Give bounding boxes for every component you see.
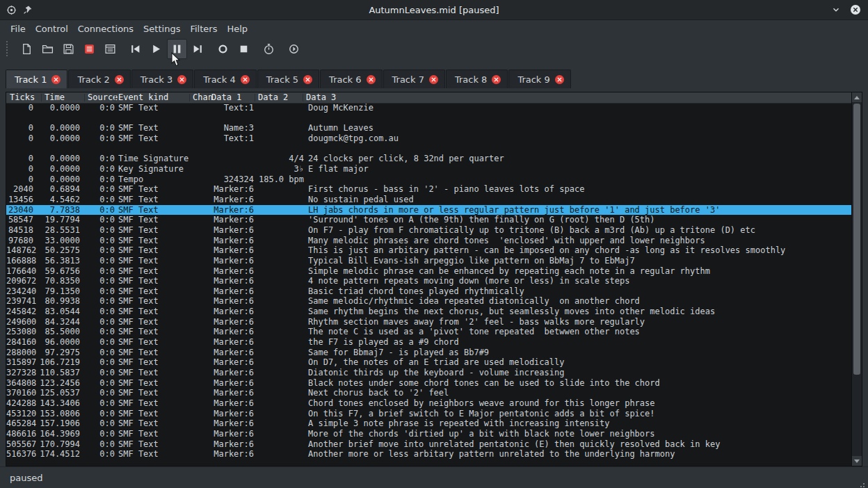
table-row[interactable]: 16688856.38130:0SMF TextMarker:6Typical … bbox=[6, 256, 852, 266]
cell-time: 123.2456 bbox=[36, 378, 80, 389]
save-file-button[interactable] bbox=[58, 39, 79, 59]
menu-settings[interactable]: Settings bbox=[138, 22, 185, 36]
column-header-source[interactable]: Source bbox=[88, 92, 118, 103]
table-row[interactable]: 9768033.00000:0SMF TextMarker:6Many melo… bbox=[6, 236, 852, 246]
menu-filters[interactable]: Filters bbox=[185, 22, 222, 36]
skip-forward-button[interactable] bbox=[188, 39, 208, 59]
tab-close-icon[interactable] bbox=[367, 75, 376, 84]
cell-event-kind: SMF Text bbox=[118, 215, 189, 225]
stop-button[interactable] bbox=[234, 39, 254, 59]
tab-close-icon[interactable] bbox=[429, 75, 438, 84]
scroll-up-button[interactable] bbox=[852, 92, 862, 102]
header-separator bbox=[255, 94, 255, 101]
play-button[interactable] bbox=[146, 39, 166, 59]
table-row[interactable]: 5854719.77940:0SMF TextMarker:6'Surround… bbox=[6, 215, 852, 225]
table-row[interactable]: 00.00000:0Key Signature3♭E flat major bbox=[6, 164, 852, 174]
tab-track-6[interactable]: Track 6 bbox=[320, 70, 382, 88]
table-row[interactable]: 23974180.99380:0SMF TextMarker:6Same mel… bbox=[6, 296, 852, 307]
record-events-button[interactable] bbox=[79, 39, 99, 59]
tab-close-icon[interactable] bbox=[51, 75, 61, 84]
column-header-time[interactable]: Time bbox=[45, 92, 65, 103]
column-header-event-kind[interactable]: Event kind bbox=[118, 92, 168, 103]
column-header-data-3[interactable]: Data 3 bbox=[306, 92, 336, 103]
table-row[interactable]: 25308085.50000:0SMF TextMarker:6The note… bbox=[6, 327, 852, 337]
tab-close-icon[interactable] bbox=[177, 75, 186, 84]
tab-track-4[interactable]: Track 4 bbox=[194, 70, 256, 88]
table-row[interactable]: 00.00000:0SMF TextText:1dougmck@tpg.com.… bbox=[6, 133, 852, 144]
table-row[interactable]: 00.00000:0SMF TextName:3Autumn Leaves bbox=[6, 123, 852, 133]
vertical-scrollbar[interactable] bbox=[851, 92, 862, 466]
table-row[interactable]: 327328110.58370:0SMF TextMarker:6Diatoni… bbox=[6, 368, 852, 378]
document-new-icon bbox=[21, 43, 33, 55]
tab-close-icon[interactable] bbox=[241, 75, 250, 84]
pause-button[interactable] bbox=[167, 39, 187, 59]
table-body[interactable]: 00.00000:0SMF TextText:1Doug McKenzie00.… bbox=[6, 103, 852, 466]
column-header-ticks[interactable]: Ticks bbox=[10, 92, 35, 103]
table-row[interactable]: 424288143.34060:0SMF TextMarker:6Chord t… bbox=[6, 398, 852, 409]
cell-event-kind: SMF Text bbox=[118, 286, 189, 297]
menu-control[interactable]: Control bbox=[31, 22, 73, 36]
table-row[interactable]: 20967270.83500:0SMF TextMarker:64 note p… bbox=[6, 276, 852, 286]
scrollbar-thumb[interactable] bbox=[853, 104, 860, 375]
table-row[interactable]: 00.00000:0Time Signature4/424 clocks per… bbox=[6, 154, 852, 164]
menu-file[interactable]: File bbox=[6, 22, 31, 36]
event-list-button[interactable] bbox=[100, 39, 120, 59]
tab-close-icon[interactable] bbox=[492, 75, 501, 84]
column-header-data-1[interactable]: Data 1 bbox=[211, 92, 241, 103]
table-row[interactable]: 516376174.45120:0SMF TextMarker:6Another… bbox=[6, 449, 852, 459]
table-row[interactable]: 505567170.79940:0SMF TextMarker:6Another… bbox=[6, 439, 852, 450]
table-row[interactable]: 28416096.00000:0SMF TextMarker:6the F7 i… bbox=[6, 337, 852, 348]
cell-time: 143.3406 bbox=[36, 398, 80, 409]
tab-close-icon[interactable] bbox=[555, 75, 564, 84]
column-header-chan[interactable]: Chan bbox=[193, 92, 213, 103]
table-row[interactable]: 00.00000:0Tempo324324185.0 bpm bbox=[6, 174, 852, 185]
tab-track-7[interactable]: Track 7 bbox=[383, 70, 445, 88]
tab-close-icon[interactable] bbox=[303, 75, 312, 84]
table-row[interactable]: 23424079.13500:0SMF TextMarker:6Basic tr… bbox=[6, 286, 852, 297]
title-bar[interactable]: AutumnLeaves.mid [paused] bbox=[0, 0, 868, 20]
tab-track-5[interactable]: Track 5 bbox=[257, 70, 319, 88]
record-button[interactable] bbox=[213, 39, 233, 59]
tab-track-9[interactable]: Track 9 bbox=[508, 70, 570, 88]
tab-track-1[interactable]: Track 1 bbox=[6, 70, 67, 88]
table-row[interactable]: 315897106.72190:0SMF TextMarker:6On D7, … bbox=[6, 357, 852, 368]
table-row[interactable]: 28800097.29750:0SMF TextMarker:6Same for… bbox=[6, 348, 852, 358]
resize-grip[interactable] bbox=[863, 483, 865, 485]
table-row[interactable]: 370160125.05370:0SMF TextMarker:6Next ch… bbox=[6, 388, 852, 398]
menu-connections[interactable]: Connections bbox=[73, 22, 138, 36]
cell-data-3: E flat major bbox=[308, 164, 852, 174]
table-row[interactable]: 453120153.08060:0SMF TextMarker:6On this… bbox=[6, 409, 852, 419]
tab-track-2[interactable]: Track 2 bbox=[68, 70, 130, 88]
open-file-button[interactable] bbox=[38, 39, 58, 59]
table-row-selected[interactable]: 230407.78380:0SMF TextMarker:6LH jabs ch… bbox=[6, 205, 852, 215]
tab-track-3[interactable]: Track 3 bbox=[131, 70, 193, 88]
shade-chevron-icon[interactable] bbox=[830, 4, 842, 15]
toolbar-handle[interactable] bbox=[6, 41, 10, 56]
cell-data-3: LH jabs chords in more or less regular p… bbox=[308, 205, 852, 215]
scroll-down-button[interactable] bbox=[852, 456, 862, 466]
table-row[interactable]: 134564.54620:0SMF TextMarker:6No sustain… bbox=[6, 195, 852, 205]
table-row[interactable]: 17664059.67560:0SMF TextMarker:6Simple m… bbox=[6, 266, 852, 277]
app-menu-icon[interactable] bbox=[6, 4, 17, 15]
tab-close-icon[interactable] bbox=[115, 75, 124, 84]
table-row[interactable]: 8451828.55310:0SMF TextMarker:6On F7 - p… bbox=[6, 225, 852, 236]
column-header-data-2[interactable]: Data 2 bbox=[258, 92, 288, 103]
tab-track-8[interactable]: Track 8 bbox=[446, 70, 508, 88]
pin-icon[interactable] bbox=[22, 4, 33, 15]
timer-button[interactable] bbox=[259, 39, 279, 59]
skip-backward-button[interactable] bbox=[125, 39, 145, 59]
menu-help[interactable]: Help bbox=[222, 22, 252, 36]
table-row[interactable]: 24584283.05440:0SMF TextMarker:6Same rhy… bbox=[6, 307, 852, 317]
new-file-button[interactable] bbox=[17, 39, 37, 59]
table-row[interactable]: 465284157.19060:0SMF TextMarker:6A simpl… bbox=[6, 418, 852, 429]
table-row[interactable]: 24960084.32440:0SMF TextMarker:6Rhythm s… bbox=[6, 317, 852, 327]
table-row[interactable] bbox=[6, 144, 852, 154]
table-row[interactable]: 00.00000:0SMF TextText:1Doug McKenzie bbox=[6, 103, 852, 113]
loop-button[interactable] bbox=[284, 39, 304, 59]
table-row[interactable]: 364808123.24560:0SMF TextMarker:6Black n… bbox=[6, 378, 852, 389]
table-row[interactable] bbox=[6, 113, 852, 124]
close-window-icon[interactable] bbox=[850, 4, 861, 15]
table-row[interactable]: 20400.68940:0SMF TextMarker:6First choru… bbox=[6, 184, 852, 195]
table-row[interactable]: 486616164.39690:0SMF TextMarker:6More of… bbox=[6, 429, 852, 439]
table-row[interactable]: 14876250.25750:0SMF TextMarker:6This is … bbox=[6, 245, 852, 256]
